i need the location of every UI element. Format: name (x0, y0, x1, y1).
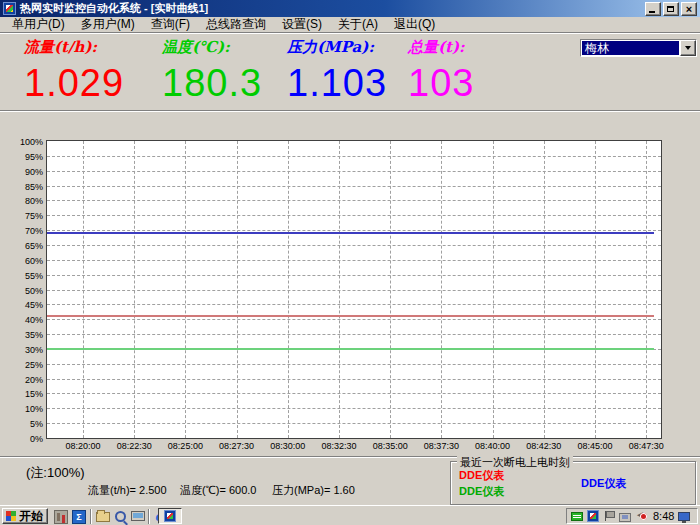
flow-label: 流量(t/h): (24, 38, 124, 57)
chart-plot (46, 140, 662, 439)
y-axis-label: 50% (0, 286, 43, 296)
menu-exit[interactable]: 退出(Q) (386, 17, 443, 32)
system-tray: 8:48 (566, 508, 698, 524)
horizontal-gridline (47, 200, 661, 201)
horizontal-gridline (47, 304, 661, 305)
close-button[interactable]: × (681, 2, 697, 16)
horizontal-gridline (47, 215, 661, 216)
temperature-label: 温度(℃): (162, 38, 262, 57)
y-axis-label: 65% (0, 241, 43, 251)
building-icon[interactable] (54, 510, 68, 524)
minimize-button[interactable] (645, 2, 661, 16)
y-axis-label: 25% (0, 360, 43, 370)
fullscale-note: (注:100%) (26, 464, 85, 482)
total-label: 总量(t): (408, 38, 474, 57)
temperature-value: 180.3 (162, 62, 262, 105)
chart-area-separator (0, 110, 700, 112)
menu-query[interactable]: 查询(F) (143, 17, 198, 32)
title-bar: 热网实时监控自动化系统 - [实时曲线1] × (0, 0, 700, 17)
windows-logo-icon (6, 511, 16, 521)
y-axis-label: 85% (0, 182, 43, 192)
y-axis-label: 30% (0, 345, 43, 355)
vertical-gridline (493, 141, 494, 438)
vertical-gridline (83, 141, 84, 438)
x-axis-label: 08:47:30 (616, 441, 676, 451)
y-axis-label: 100% (0, 137, 43, 147)
y-axis-label: 80% (0, 196, 43, 206)
y-axis-label: 90% (0, 167, 43, 177)
horizontal-gridline (47, 245, 661, 246)
horizontal-gridline (47, 186, 661, 187)
horizontal-gridline (47, 334, 661, 335)
menu-single-user[interactable]: 单用户(D) (4, 17, 73, 32)
vertical-gridline (646, 141, 647, 438)
menu-about[interactable]: 关于(A) (330, 17, 386, 32)
vertical-gridline (595, 141, 596, 438)
app-icon (3, 2, 16, 15)
chart-x-axis: 08:20:0008:22:3008:25:0008:27:3008:30:00… (47, 441, 687, 453)
pressure-label: 压力(MPa): (287, 38, 387, 57)
flag-icon[interactable] (603, 510, 615, 522)
monitor-icon[interactable] (678, 512, 690, 521)
horizontal-gridline (47, 260, 661, 261)
mute-icon[interactable] (635, 510, 647, 522)
restore-button[interactable] (663, 2, 679, 16)
active-task-button[interactable] (158, 508, 182, 524)
station-select-dropdown-button[interactable] (680, 40, 696, 56)
vertical-gridline (544, 141, 545, 438)
menu-multi-user[interactable]: 多用户(M) (73, 17, 143, 32)
start-button[interactable]: 开始 (2, 508, 48, 524)
y-axis-label: 45% (0, 300, 43, 310)
menu-separator (0, 32, 700, 34)
menu-bar: 单用户(D) 多用户(M) 查询(F) 总线路查询 设置(S) 关于(A) 退出… (0, 17, 700, 32)
y-axis-label: 70% (0, 226, 43, 236)
menu-settings[interactable]: 设置(S) (274, 17, 330, 32)
chevron-down-icon (685, 46, 691, 53)
readout-total: 总量(t): 103 (408, 38, 474, 105)
folder-icon[interactable] (96, 512, 110, 522)
horizontal-gridline (47, 423, 661, 424)
dde-meter-1: DDE仪表 (459, 468, 504, 483)
footer-separator (0, 456, 700, 458)
horizontal-gridline (47, 230, 661, 231)
dde-meter-2: DDE仪表 (459, 484, 504, 499)
fullscale-temperature: 温度(℃)= 600.0 (180, 483, 256, 498)
desktop-icon[interactable] (131, 511, 145, 521)
horizontal-gridline (47, 275, 661, 276)
power-event-panel: 最近一次断电上电时刻 DDE仪表 DDE仪表 DDE仪表 (450, 461, 696, 505)
app-tray-icon[interactable] (587, 510, 599, 522)
series-line-flow (47, 315, 654, 317)
vertical-gridline (441, 141, 442, 438)
quicklaunch-separator (90, 509, 92, 524)
readout-pressure: 压力(MPa): 1.103 (287, 38, 387, 105)
vertical-gridline (288, 141, 289, 438)
series-line-temperature (47, 348, 654, 350)
flow-value: 1.029 (24, 62, 124, 105)
vertical-gridline (237, 141, 238, 438)
window-title: 热网实时监控自动化系统 - [实时曲线1] (20, 1, 645, 16)
vertical-gridline (339, 141, 340, 438)
minimize-icon (649, 11, 655, 13)
search-icon[interactable] (114, 510, 128, 524)
blue-app-icon[interactable]: Σ (72, 510, 86, 524)
menu-all-lines-query[interactable]: 总线路查询 (198, 17, 274, 32)
vertical-gridline (390, 141, 391, 438)
horizontal-gridline (47, 156, 661, 157)
restore-icon (667, 6, 674, 12)
chart-y-axis: 0%5%10%15%20%25%30%35%40%45%50%55%60%65%… (0, 142, 44, 442)
vertical-gridline (185, 141, 186, 438)
start-button-label: 开始 (19, 508, 43, 525)
dde-meter-3: DDE仪表 (581, 476, 626, 491)
horizontal-gridline (47, 379, 661, 380)
keyboard-icon[interactable] (571, 512, 583, 521)
y-axis-label: 75% (0, 211, 43, 221)
fullscale-pressure: 压力(MPa)= 1.60 (272, 483, 355, 498)
application-window: 热网实时监控自动化系统 - [实时曲线1] × 单用户(D) 多用户(M) 查询… (0, 0, 700, 525)
readout-flow: 流量(t/h): 1.029 (24, 38, 124, 105)
fullscale-flow: 流量(t/h)= 2.500 (88, 483, 167, 498)
tray-clock[interactable]: 8:48 (653, 510, 674, 522)
horizontal-gridline (47, 364, 661, 365)
station-select-value[interactable]: 梅林 (582, 41, 679, 55)
station-select[interactable]: 梅林 (580, 39, 697, 57)
network-icon[interactable] (619, 513, 631, 522)
